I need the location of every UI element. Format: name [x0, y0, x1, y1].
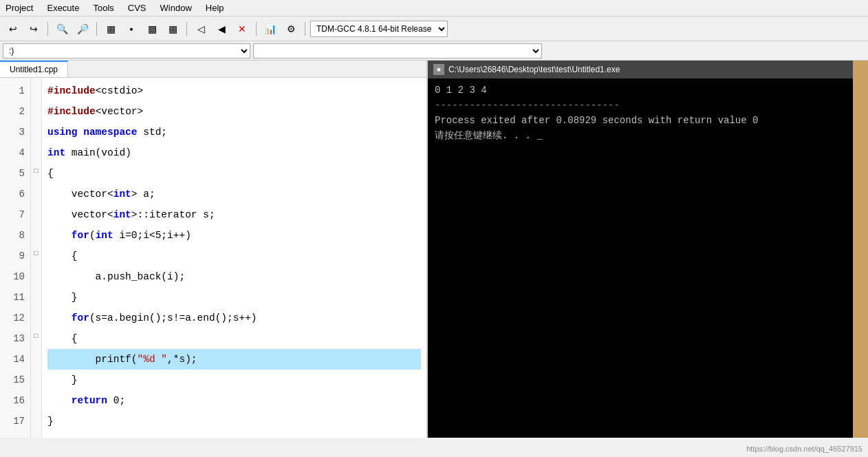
terminal-icon: ■	[433, 64, 444, 75]
ln-5: 5	[0, 163, 30, 184]
ln-1: 1	[0, 81, 30, 101]
menu-help[interactable]: Help	[203, 1, 227, 14]
fold-1	[31, 78, 41, 98]
function-dropdown[interactable]	[253, 43, 542, 59]
terminal-output-1: 0 1 2 3 4	[435, 83, 846, 98]
view3-button[interactable]: ▩	[143, 20, 161, 38]
line-numbers: 1 2 3 4 5 6 7 8 9 10 11 12 13 14 15 16 1…	[0, 78, 31, 438]
code-text-1: #include	[47, 81, 96, 101]
code-line-5: {	[47, 163, 421, 184]
code-text-13: {	[47, 328, 78, 349]
terminal-title: C:\Users\26846\Desktop\test\test\Untitle…	[448, 65, 620, 74]
code-line-2: #include<vector>	[47, 101, 421, 122]
code-line-17: }	[47, 411, 421, 432]
view1-button[interactable]: ▦	[102, 20, 120, 38]
editor-panel: Untitled1.cpp 1 2 3 4 5 6 7 8 9 10 11 12…	[0, 61, 428, 438]
ln-17: 17	[0, 411, 30, 432]
right-decoration	[853, 61, 868, 438]
compiler-dropdown[interactable]: TDM-GCC 4.8.1 64-bit Release	[310, 21, 448, 37]
code-line-13: {	[47, 328, 421, 349]
code-text-5: {	[47, 163, 54, 184]
compile-button[interactable]: ◁	[192, 20, 210, 38]
code-text-12a: for	[47, 308, 89, 328]
code-line-9: {	[47, 246, 421, 266]
fold-14	[31, 346, 41, 367]
code-line-8: for(int i=0;i<5;i++)	[47, 225, 421, 246]
fold-11	[31, 284, 41, 305]
redo-button[interactable]: ↪	[25, 20, 43, 38]
menu-window[interactable]: Window	[158, 1, 195, 14]
watermark: https://blog.csdn.net/qq_46527915	[746, 445, 862, 453]
code-line-16: return 0;	[47, 390, 421, 411]
menu-bar: Project Execute Tools CVS Window Help	[0, 0, 868, 17]
fold-12	[31, 305, 41, 326]
code-text-9: {	[47, 246, 78, 266]
fold-17	[31, 408, 41, 429]
sep4	[256, 22, 257, 36]
terminal-content[interactable]: 0 1 2 3 4 ------------------------------…	[428, 78, 853, 438]
fold-16	[31, 387, 41, 408]
code-line-15: }	[47, 370, 421, 390]
fold-7	[31, 202, 41, 222]
scope-dropdown[interactable]: :)	[3, 43, 250, 59]
ln-11: 11	[0, 287, 30, 308]
ln-6: 6	[0, 184, 30, 204]
fold-8	[31, 222, 41, 243]
ln-8: 8	[0, 225, 30, 246]
ln-4: 4	[0, 142, 30, 163]
toolbar: ↩ ↪ 🔍 🔎 ▦ ▪ ▩ ▦ ◁ ◀ ✕ 📊 ⚙ TDM-GCC 4.8.1 …	[0, 17, 868, 41]
main-area: Untitled1.cpp 1 2 3 4 5 6 7 8 9 10 11 12…	[0, 61, 868, 438]
fold-4	[31, 140, 41, 160]
sep1	[47, 22, 48, 36]
ln-14: 14	[0, 349, 30, 370]
fold-13[interactable]: □	[31, 326, 41, 346]
code-line-6: vector<int> a;	[47, 184, 421, 204]
fold-10	[31, 264, 41, 284]
search2-button[interactable]: 🔎	[74, 20, 91, 38]
ln-15: 15	[0, 370, 30, 390]
stop-button[interactable]: ✕	[233, 20, 251, 38]
view4-button[interactable]: ▦	[164, 20, 182, 38]
menu-cvs[interactable]: CVS	[125, 1, 149, 14]
code-line-11: }	[47, 287, 421, 308]
ln-3: 3	[0, 122, 30, 142]
code-text-8a: for	[47, 225, 89, 246]
code-text-14a: printf(	[47, 349, 138, 370]
code-text-3a: using namespace	[47, 122, 143, 142]
terminal-prompt: 请按任意键继续. . . _	[435, 128, 846, 143]
fold-9[interactable]: □	[31, 243, 41, 264]
code-text-11: }	[47, 287, 78, 308]
code-line-12: for(s=a.begin();s!=a.end();s++)	[47, 308, 421, 328]
ln-13: 13	[0, 328, 30, 349]
fold-5[interactable]: □	[31, 160, 41, 181]
code-line-3: using namespace std;	[47, 122, 421, 142]
view2-button[interactable]: ▪	[122, 20, 140, 38]
fold-6	[31, 181, 41, 202]
code-text-15: }	[47, 370, 78, 390]
ln-9: 9	[0, 246, 30, 266]
fold-15	[31, 367, 41, 387]
code-area: 1 2 3 4 5 6 7 8 9 10 11 12 13 14 15 16 1…	[0, 78, 426, 438]
code-line-10: a.push_back(i);	[47, 266, 421, 287]
ln-10: 10	[0, 266, 30, 287]
profile-button[interactable]: ⚙	[282, 20, 300, 38]
search-button[interactable]: 🔍	[53, 20, 71, 38]
menu-tools[interactable]: Tools	[90, 1, 116, 14]
code-line-7: vector<int>::iterator s;	[47, 204, 421, 225]
ln-16: 16	[0, 390, 30, 411]
code-text-16a: return	[47, 390, 113, 411]
fold-gutter: □ □ □	[31, 78, 42, 438]
ln-12: 12	[0, 308, 30, 328]
code-lines[interactable]: #include<cstdio> #include<vector> using …	[42, 78, 426, 438]
build-button[interactable]: ◀	[213, 20, 230, 38]
sep3	[186, 22, 187, 36]
menu-project[interactable]: Project	[3, 1, 36, 14]
editor-tab[interactable]: Untitled1.cpp	[0, 61, 68, 77]
undo-button[interactable]: ↩	[4, 20, 22, 38]
code-line-4: int main(void)	[47, 142, 421, 163]
code-line-1: #include<cstdio>	[47, 81, 421, 101]
menu-execute[interactable]: Execute	[44, 1, 82, 14]
chart-button[interactable]: 📊	[261, 20, 279, 38]
code-text-6: vector<	[47, 184, 113, 204]
ln-7: 7	[0, 204, 30, 225]
